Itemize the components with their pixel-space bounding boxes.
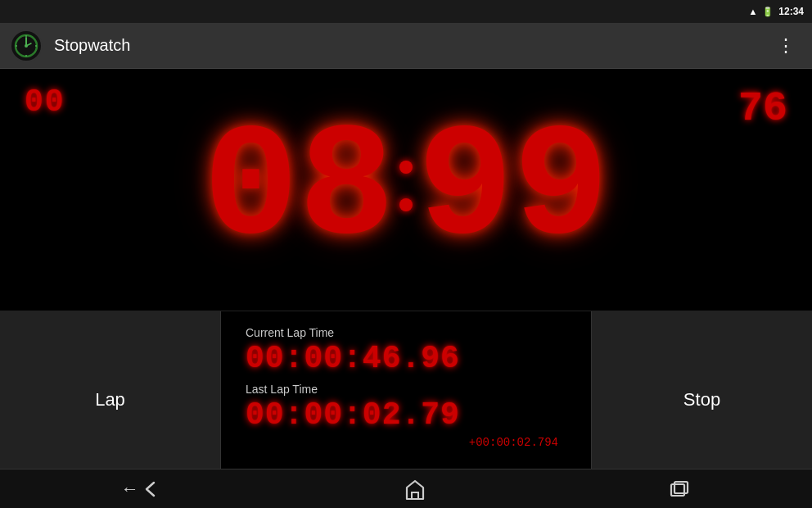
clock-minutes: 08 [203,110,395,270]
last-lap-label: Last Lap Time [246,383,566,396]
current-lap-time: 00:00:46.96 [246,341,566,376]
battery-icon: 🔋 [762,7,774,17]
wifi-icon: ▲ [748,7,757,16]
clock-small-right: 76 [738,85,787,132]
current-lap-label: Current Lap Time [246,326,566,339]
nav-bar [0,469,812,508]
colon-dot-top [399,161,413,174]
nav-back-button[interactable] [105,471,178,507]
status-time: 12:34 [778,6,804,17]
svg-rect-8 [412,492,418,499]
lap-diff: +00:00:02.794 [246,436,566,449]
stop-button[interactable]: Stop [591,311,812,488]
nav-home-button[interactable] [387,471,443,507]
bottom-controls: Lap Current Lap Time 00:00:46.96 Last La… [0,311,812,469]
clock-seconds: 99 [417,110,609,270]
colon-dot-bottom [399,198,413,211]
clock-colon [399,110,413,270]
status-bar: ▲ 🔋 12:34 [0,0,812,23]
clock-area: 00 08 99 76 [0,69,812,311]
app-title: Stopwatch [54,36,770,55]
lap-button[interactable]: Lap [0,311,221,488]
clock-main-display: 08 99 [0,77,812,302]
lap-info-panel: Current Lap Time 00:00:46.96 Last Lap Ti… [221,311,591,469]
last-lap-time: 00:00:02.79 [246,397,566,433]
svg-point-3 [25,44,28,48]
app-icon [10,29,43,62]
main-content: 00 08 99 76 Lap Current Lap Time 00:00:4… [0,69,812,508]
app-bar: Stopwatch ⋮ [0,23,812,69]
overflow-menu-button[interactable]: ⋮ [770,32,802,60]
nav-recent-button[interactable] [652,471,707,507]
